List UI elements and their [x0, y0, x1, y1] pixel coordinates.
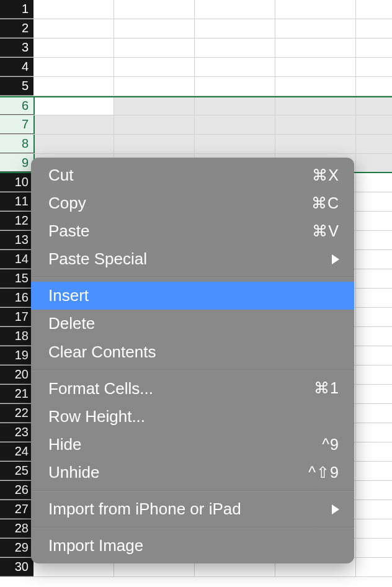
menu-item[interactable]: Cut⌘X — [31, 161, 354, 189]
menu-item[interactable]: Paste Special — [31, 245, 354, 273]
cell[interactable] — [33, 0, 114, 19]
row-header[interactable]: 21 — [0, 385, 33, 403]
row-header[interactable]: 27 — [0, 500, 33, 519]
row-header[interactable]: 26 — [0, 481, 33, 500]
grid-row[interactable]: 5 — [0, 77, 392, 96]
cell[interactable] — [356, 77, 392, 96]
row-header[interactable]: 30 — [0, 558, 33, 576]
cell[interactable] — [356, 289, 392, 307]
cell[interactable] — [275, 115, 356, 134]
cell[interactable] — [114, 135, 195, 153]
cell[interactable] — [275, 19, 356, 38]
menu-item[interactable]: Delete — [31, 310, 354, 338]
cell[interactable] — [33, 135, 114, 153]
cell[interactable] — [114, 97, 195, 115]
row-header[interactable]: 14 — [0, 250, 33, 269]
cell[interactable] — [356, 19, 392, 38]
row-header[interactable]: 1 — [0, 0, 33, 19]
cell[interactable] — [356, 519, 392, 538]
cell[interactable] — [356, 231, 392, 249]
cell[interactable] — [33, 115, 114, 134]
menu-item[interactable]: Paste⌘V — [31, 217, 354, 245]
cell[interactable] — [356, 558, 392, 576]
cell[interactable] — [356, 308, 392, 326]
cell[interactable] — [356, 327, 392, 346]
cell[interactable] — [114, 58, 195, 76]
cell[interactable] — [356, 385, 392, 403]
cell[interactable] — [356, 269, 392, 288]
cell[interactable] — [356, 346, 392, 365]
cell[interactable] — [356, 539, 392, 557]
row-header[interactable]: 28 — [0, 519, 33, 538]
cell[interactable] — [33, 19, 114, 38]
cell[interactable] — [356, 212, 392, 230]
cell[interactable] — [33, 58, 114, 76]
cell[interactable] — [275, 0, 356, 19]
cell[interactable] — [356, 192, 392, 211]
row-header[interactable]: 11 — [0, 192, 33, 211]
row-header[interactable]: 7 — [0, 115, 33, 134]
grid-row[interactable]: 6 — [0, 96, 392, 115]
grid-row[interactable]: 1 — [0, 0, 392, 19]
cell[interactable] — [356, 365, 392, 384]
cell[interactable] — [356, 250, 392, 269]
cell[interactable] — [275, 58, 356, 76]
row-header[interactable]: 15 — [0, 269, 33, 288]
menu-item[interactable]: Clear Contents — [31, 338, 354, 366]
cell[interactable] — [33, 77, 114, 96]
row-header[interactable]: 2 — [0, 19, 33, 38]
grid-row[interactable]: 4 — [0, 58, 392, 77]
cell[interactable] — [356, 38, 392, 57]
menu-item[interactable]: Insert — [31, 282, 354, 310]
row-header[interactable]: 9 — [0, 154, 33, 172]
row-header[interactable]: 16 — [0, 289, 33, 307]
cell[interactable] — [356, 423, 392, 442]
cell[interactable] — [33, 97, 114, 115]
row-header[interactable]: 8 — [0, 135, 33, 153]
row-header[interactable]: 13 — [0, 231, 33, 249]
cell[interactable] — [356, 154, 392, 172]
grid-row[interactable]: 7 — [0, 115, 392, 135]
cell[interactable] — [356, 97, 392, 115]
row-header[interactable]: 10 — [0, 173, 33, 192]
menu-item[interactable]: Import Image — [31, 532, 354, 560]
cell[interactable] — [195, 97, 275, 115]
cell[interactable] — [114, 77, 195, 96]
cell[interactable] — [356, 58, 392, 76]
cell[interactable] — [195, 0, 275, 19]
cell[interactable] — [356, 442, 392, 461]
menu-item[interactable]: Copy⌘C — [31, 189, 354, 217]
row-header[interactable]: 29 — [0, 539, 33, 557]
row-header[interactable]: 18 — [0, 327, 33, 346]
cell[interactable] — [356, 115, 392, 134]
row-header[interactable]: 19 — [0, 346, 33, 365]
cell[interactable] — [195, 58, 275, 76]
grid-row[interactable]: 8 — [0, 135, 392, 154]
cell[interactable] — [114, 0, 195, 19]
row-header[interactable]: 6 — [0, 97, 33, 115]
row-header[interactable]: 3 — [0, 38, 33, 57]
row-header[interactable]: 12 — [0, 212, 33, 230]
cell[interactable] — [195, 38, 275, 57]
cell[interactable] — [195, 135, 275, 153]
cell[interactable] — [356, 462, 392, 480]
menu-item[interactable]: Import from iPhone or iPad — [31, 495, 354, 523]
grid-row[interactable]: 2 — [0, 19, 392, 38]
row-header[interactable]: 5 — [0, 77, 33, 96]
cell[interactable] — [356, 135, 392, 153]
cell[interactable] — [356, 173, 392, 192]
cell[interactable] — [33, 38, 114, 57]
cell[interactable] — [275, 135, 356, 153]
menu-item[interactable]: Unhide^⇧9 — [31, 459, 354, 486]
cell[interactable] — [356, 0, 392, 19]
row-header[interactable]: 23 — [0, 423, 33, 442]
cell[interactable] — [275, 97, 356, 115]
cell[interactable] — [356, 500, 392, 519]
cell[interactable] — [275, 77, 356, 96]
cell[interactable] — [195, 115, 275, 134]
row-header[interactable]: 25 — [0, 462, 33, 480]
cell[interactable] — [195, 77, 275, 96]
menu-item[interactable]: Hide^9 — [31, 431, 354, 459]
row-header[interactable]: 24 — [0, 442, 33, 461]
cell[interactable] — [275, 38, 356, 57]
